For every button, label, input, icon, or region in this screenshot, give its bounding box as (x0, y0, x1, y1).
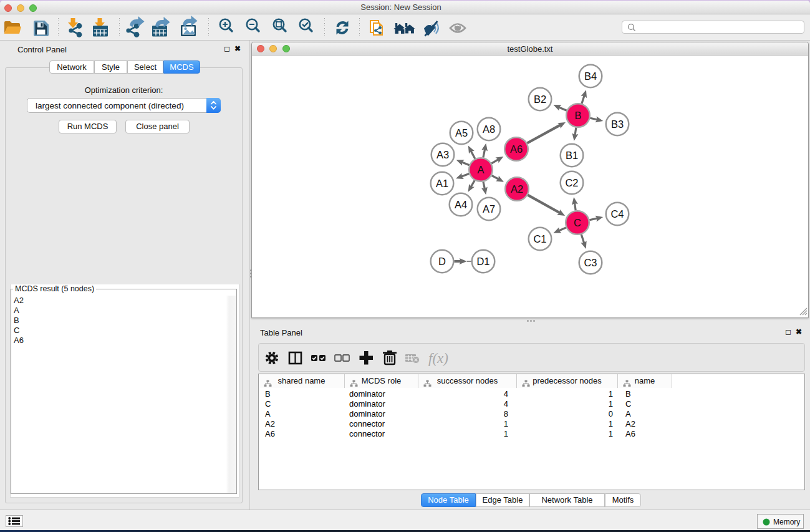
svg-text:A2: A2 (511, 183, 523, 195)
svg-text:D1: D1 (476, 256, 489, 267)
svg-text:B: B (574, 110, 581, 121)
svg-text:A5: A5 (455, 127, 468, 138)
svg-text:D: D (438, 256, 446, 267)
svg-text:C2: C2 (565, 177, 578, 188)
svg-text:B2: B2 (534, 94, 546, 105)
svg-text:C: C (574, 217, 581, 228)
svg-text:A8: A8 (483, 123, 495, 135)
svg-text:C4: C4 (610, 208, 624, 220)
svg-text:B4: B4 (584, 70, 597, 82)
svg-text:A3: A3 (436, 149, 449, 160)
svg-text:A4: A4 (455, 199, 467, 210)
svg-text:f(x): f(x) (428, 351, 448, 366)
svg-text:A: A (477, 164, 484, 175)
svg-text:A6: A6 (510, 143, 523, 155)
svg-text:A7: A7 (483, 203, 495, 215)
svg-text:B3: B3 (611, 118, 624, 130)
svg-text:A1: A1 (436, 178, 448, 189)
svg-text:C3: C3 (584, 257, 597, 268)
svg-text:C1: C1 (533, 233, 546, 244)
svg-text:B1: B1 (566, 150, 578, 161)
